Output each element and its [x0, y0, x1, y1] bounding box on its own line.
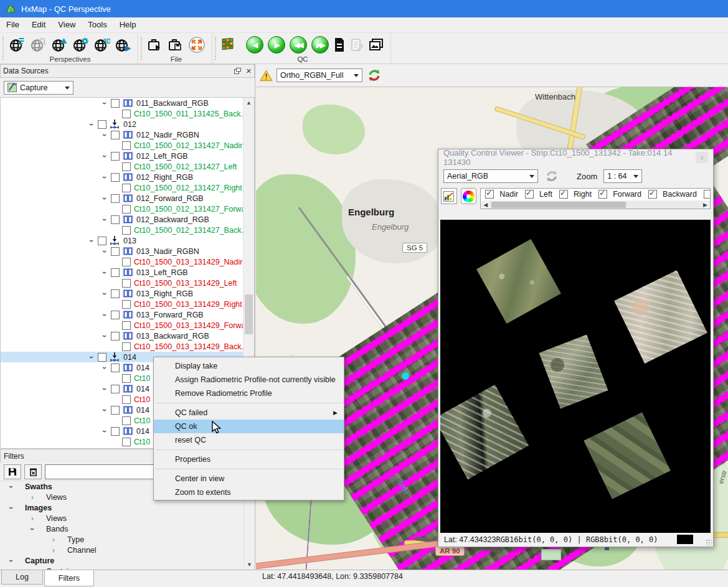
menu-item-assign-radiometric-profile-not-currently-visible[interactable]: Assign Radiometric Profile-not currently… — [154, 373, 344, 387]
tree-checkbox[interactable] — [122, 374, 131, 383]
tree-row[interactable]: Ct10_1500_011_131425_Back... — [1, 108, 254, 119]
chevron-down-icon[interactable]: › — [100, 426, 109, 436]
chevron-down-icon[interactable]: › — [100, 268, 109, 278]
chevron-down-icon[interactable]: › — [100, 363, 109, 373]
scrollbar-thumb[interactable] — [245, 294, 253, 334]
chevron-down-icon[interactable]: › — [100, 98, 109, 108]
tree-checkbox[interactable] — [122, 258, 131, 266]
view-toggle-forward[interactable]: Forward — [597, 190, 641, 199]
tree-row[interactable]: ›012_Forward_RGB — [1, 193, 254, 204]
filters-tree-row[interactable]: ›Bands — [0, 524, 255, 534]
tree-checkbox[interactable] — [98, 120, 106, 129]
ortho-selector[interactable]: Ortho_RGBN_Full — [277, 68, 362, 82]
close-icon[interactable]: x — [696, 152, 708, 163]
tree-checkbox[interactable] — [98, 353, 106, 362]
filters-tree-row[interactable]: ›Type — [0, 534, 255, 545]
tree-checkbox[interactable] — [122, 438, 131, 446]
tree-row[interactable]: Ct10_1500_012_131427_Nadir — [1, 140, 254, 151]
save-project-icon[interactable] — [168, 37, 184, 53]
menu-item-qc-failed[interactable]: QC failed▶ — [154, 406, 344, 420]
perspective-settings-icon[interactable] — [72, 37, 89, 53]
checkbox[interactable] — [598, 190, 607, 199]
tree-row[interactable]: ›012_Left_RGB — [1, 151, 254, 161]
tree-checkbox[interactable] — [122, 205, 131, 214]
tree-checkbox[interactable] — [111, 427, 120, 436]
qc-window-titlebar[interactable]: Quality Control Viewer - Strip:Ct10_1500… — [438, 149, 713, 166]
perspective-triangulation-icon[interactable] — [51, 37, 68, 53]
menubar-item-help[interactable]: Help — [113, 17, 143, 32]
checkbox[interactable] — [485, 190, 494, 199]
open-project-icon[interactable] — [147, 37, 163, 53]
menu-item-properties[interactable]: Properties — [154, 453, 344, 466]
close-panel-icon[interactable]: ✕ — [246, 67, 252, 75]
tree-row[interactable]: Ct10_1500_013_131429_Left — [1, 278, 254, 288]
chevron-right-icon[interactable]: › — [27, 514, 37, 523]
tree-checkbox[interactable] — [111, 311, 120, 319]
tree-row[interactable]: ›013_Backward_RGB — [1, 331, 254, 341]
zoom-selector[interactable]: 1 : 64 — [603, 169, 642, 183]
tree-checkbox[interactable] — [111, 385, 120, 393]
tree-checkbox[interactable] — [122, 110, 131, 118]
tree-checkbox[interactable] — [111, 332, 120, 340]
tree-row[interactable]: ›013_Forward_RGB — [1, 309, 254, 320]
qc-image-canvas[interactable] — [440, 220, 711, 533]
tree-row[interactable]: ›013 — [1, 235, 254, 246]
tree-row[interactable]: ›011_Backward_RGB — [1, 98, 254, 108]
chevron-down-icon[interactable]: › — [7, 556, 16, 566]
delete-filter-button[interactable] — [24, 464, 42, 479]
reload-icon[interactable] — [544, 169, 559, 184]
perspective-qc-icon[interactable] — [115, 37, 131, 53]
qc-last-button[interactable]: ▶▶ — [311, 36, 329, 54]
qc-next-button[interactable]: ▶ — [268, 36, 285, 54]
tree-row[interactable]: Ct10_1500_012_131427_Right — [1, 182, 254, 193]
tree-checkbox[interactable] — [122, 416, 131, 425]
chevron-right-icon[interactable]: › — [49, 535, 59, 544]
perspective-workflow-icon[interactable] — [9, 37, 26, 53]
chevron-down-icon[interactable]: › — [100, 384, 109, 394]
view-toggle-backgro[interactable]: Backgro — [702, 190, 711, 199]
chevron-down-icon[interactable]: › — [100, 289, 109, 299]
scrollbar-thumb[interactable] — [491, 202, 626, 208]
tree-checkbox[interactable] — [122, 395, 131, 404]
menu-item-center-in-view[interactable]: Center in view — [154, 472, 344, 486]
filters-tree-row[interactable]: ›Images — [0, 502, 255, 513]
tree-checkbox[interactable] — [111, 268, 120, 277]
color-wheel-icon[interactable] — [461, 188, 477, 204]
tree-checkbox[interactable] — [111, 247, 120, 256]
view-toggle-nadir[interactable]: Nadir — [484, 190, 518, 199]
tab-filters[interactable]: Filters — [44, 570, 94, 586]
tree-checkbox[interactable] — [111, 194, 120, 203]
tree-checkbox[interactable] — [111, 152, 120, 161]
chevron-down-icon[interactable]: › — [100, 405, 109, 415]
perspective-review-icon[interactable] — [30, 37, 47, 53]
chevron-down-icon[interactable]: › — [28, 524, 37, 534]
tree-checkbox[interactable] — [111, 215, 120, 224]
chevron-down-icon[interactable]: › — [100, 130, 109, 140]
menubar-item-file[interactable]: File — [0, 17, 26, 32]
chevron-right-icon[interactable]: › — [49, 546, 59, 555]
chevron-down-icon[interactable]: › — [100, 331, 109, 341]
tree-row[interactable]: Ct10_1500_012_131427_Forwa... — [1, 204, 254, 214]
tree-row[interactable]: ›012 — [1, 119, 254, 129]
aerial-thumbnail[interactable] — [476, 239, 561, 324]
view-toggle-left[interactable]: Left — [524, 190, 552, 199]
qc-matrix-icon[interactable] — [221, 38, 235, 52]
menu-item-reset-qc[interactable]: reset QC — [154, 433, 344, 447]
refresh-icon[interactable] — [366, 67, 382, 83]
tree-checkbox[interactable] — [111, 406, 120, 415]
scroll-right-icon[interactable]: ▶ — [701, 202, 710, 208]
selected-image-marker[interactable] — [402, 372, 409, 380]
tree-checkbox[interactable] — [122, 184, 131, 192]
filters-tree-row[interactable]: ›Channel — [0, 545, 255, 555]
tree-row[interactable]: Ct10_1500_013_131429_Forwa... — [1, 320, 254, 331]
menu-item-remove-radiometric-profile[interactable]: Remove Radiometric Profile — [154, 387, 344, 400]
menu-item-display-take[interactable]: Display take — [154, 359, 344, 373]
tree-row[interactable]: Ct10_1500_013_131429_Nadir — [1, 256, 254, 267]
aerial-thumbnail[interactable] — [539, 334, 608, 408]
chevron-down-icon[interactable]: › — [87, 120, 96, 129]
scroll-left-icon[interactable]: ◀ — [481, 202, 490, 208]
chevron-right-icon[interactable]: › — [27, 493, 37, 502]
tree-checkbox[interactable] — [122, 300, 131, 309]
histogram-tool-icon[interactable] — [441, 188, 457, 204]
chevron-down-icon[interactable]: › — [7, 503, 16, 513]
